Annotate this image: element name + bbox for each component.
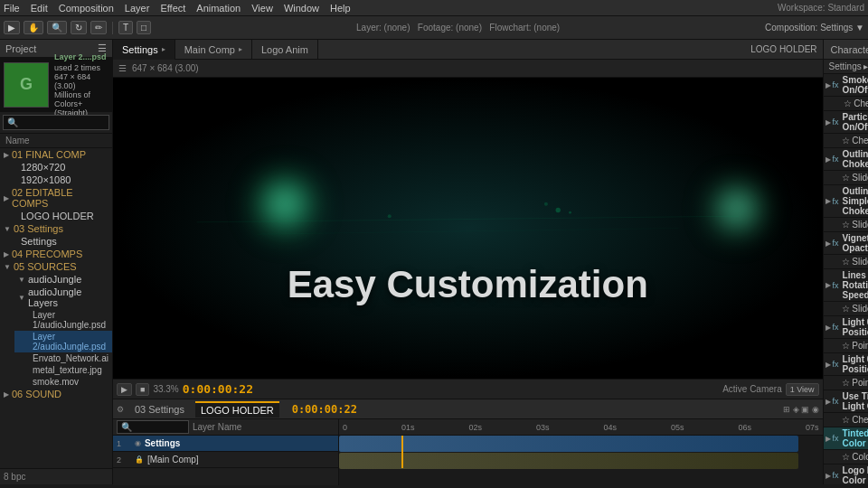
fx-light02[interactable]: ▶ fx Light 02 Position Reset About... bbox=[824, 353, 868, 376]
fx-lines-rot-slider-row: ☆ Slider -100.00 bbox=[824, 302, 868, 316]
menu-layer[interactable]: Layer bbox=[125, 3, 150, 14]
folder-sources[interactable]: ▼ 05 SOURCES bbox=[0, 260, 112, 273]
fx-expand-icon[interactable]: ▶ bbox=[826, 118, 831, 127]
fx-expand-icon[interactable]: ▶ bbox=[826, 324, 831, 332]
folder-label: 02 EDITABLE COMPS bbox=[12, 187, 108, 209]
tl-tab-logo[interactable]: LOGO HOLDER bbox=[195, 401, 279, 418]
views-btn[interactable]: 1 View bbox=[786, 383, 819, 396]
file-envato[interactable]: Envato_Network.ai bbox=[14, 352, 112, 364]
fx-expand-icon[interactable]: ▶ bbox=[826, 398, 831, 406]
file-label: Layer 1/audioJungle.psd bbox=[33, 310, 108, 330]
comp-label: LOGO HOLDER bbox=[21, 211, 94, 221]
fx-expand-icon[interactable]: ▶ bbox=[826, 281, 831, 289]
fx-vignette[interactable]: ▶ fx Vignette Opacty Reset About... bbox=[824, 232, 868, 255]
fx-particles[interactable]: ▶ fx Particles On/Off Reset About... bbox=[824, 111, 868, 134]
fx-expand-icon[interactable]: ▶ bbox=[826, 435, 831, 443]
project-search-input[interactable] bbox=[3, 115, 109, 130]
file-metal[interactable]: metal_texture.jpg bbox=[14, 364, 112, 376]
comp-tab-logo-anim[interactable]: Logo Anim bbox=[252, 40, 318, 60]
fx-expand-icon[interactable]: ▶ bbox=[826, 239, 831, 248]
file-layer2[interactable]: Layer 2/audioJungle.psd bbox=[14, 331, 112, 352]
tl-tab-settings[interactable]: 03 Settings bbox=[129, 402, 190, 417]
fx-use-tinted[interactable]: ▶ fx Use Tinted Light Color Reset About.… bbox=[824, 390, 868, 413]
tl-search-input[interactable] bbox=[117, 420, 189, 434]
file-label: smoke.mov bbox=[33, 377, 79, 387]
folder-precomps[interactable]: ▶ 04 PRECOMPS bbox=[0, 248, 112, 260]
folder-editable[interactable]: ▶ 02 EDITABLE COMPS bbox=[0, 186, 112, 210]
menu-help[interactable]: Help bbox=[330, 3, 351, 14]
ruler-mark: 03s bbox=[536, 423, 550, 432]
tab-character[interactable]: Character bbox=[824, 40, 868, 60]
fx-badge-icon: fx bbox=[833, 360, 839, 369]
menu-window[interactable]: Window bbox=[284, 3, 319, 14]
file-layer1[interactable]: Layer 1/audioJungle.psd bbox=[14, 309, 112, 331]
thumb-icon: G bbox=[20, 75, 33, 94]
menu-effect[interactable]: Effect bbox=[160, 3, 185, 14]
ruler-mark: 06s bbox=[739, 423, 752, 432]
tool-shape[interactable]: □ bbox=[137, 21, 151, 34]
menu-edit[interactable]: Edit bbox=[31, 3, 48, 14]
toolbar: ▶ ✋ 🔍 ↻ ✏ T □ Layer: (none) Footage: (no… bbox=[0, 16, 868, 40]
ruler-mark: 05s bbox=[671, 423, 684, 432]
fx-tinted-light-label: Tinted Light Color bbox=[841, 428, 868, 448]
fx-light01[interactable]: ▶ fx Light 01 Position Reset About... bbox=[824, 316, 868, 339]
viewer-menu-icon[interactable]: ☰ bbox=[118, 63, 127, 73]
comp-settings[interactable]: Settings bbox=[14, 235, 112, 248]
tool-select[interactable]: ▶ bbox=[4, 21, 20, 34]
fx-tinted-light[interactable]: ▶ fx Tinted Light Color Reset About... bbox=[824, 427, 868, 450]
fx-outline-simple[interactable]: ▶ fx Outline Simple Choker Reset About..… bbox=[824, 185, 868, 218]
folder-settings[interactable]: ▼ 03 Settings bbox=[0, 222, 112, 235]
tool-rotate[interactable]: ↻ bbox=[71, 21, 87, 34]
comp-logo-holder[interactable]: LOGO HOLDER bbox=[14, 210, 112, 222]
tl-bar-main[interactable] bbox=[339, 453, 798, 469]
fx-light02-point-row: ☆ Point ⊕ 1464.0, 568.0 bbox=[824, 376, 868, 390]
fx-expand-icon[interactable]: ▶ bbox=[826, 472, 831, 480]
comp-1080[interactable]: 1920×1080 bbox=[14, 174, 112, 186]
tab-label: Settings bbox=[122, 44, 158, 55]
menu-composition[interactable]: Composition bbox=[59, 3, 114, 14]
folder-aj-layers[interactable]: ▼ audioJungle Layers bbox=[14, 286, 112, 309]
tool-zoom[interactable]: 🔍 bbox=[47, 21, 67, 34]
fx-expand-icon[interactable]: ▶ bbox=[826, 81, 831, 89]
fx-outline[interactable]: ▶ fx Outline Choker Reset About... bbox=[824, 148, 868, 171]
menu-view[interactable]: View bbox=[251, 3, 273, 14]
stop-button[interactable]: ■ bbox=[136, 383, 149, 396]
folder-audiojungle[interactable]: ▼ audioJungle bbox=[14, 273, 112, 286]
fx-badge-icon: fx bbox=[833, 239, 839, 248]
playhead[interactable] bbox=[401, 436, 403, 468]
fx-logo-edge[interactable]: ▶ fx Logo Edge Color Reset About... bbox=[824, 465, 868, 484]
workspace-label: Workspace: Standard bbox=[778, 3, 864, 13]
fx-expand-icon[interactable]: ▶ bbox=[826, 155, 831, 164]
tl-bar-settings[interactable] bbox=[339, 436, 798, 452]
fx-smoke[interactable]: ▶ fx Smoke On/Off Reset About... bbox=[824, 74, 868, 97]
file-label: metal_texture.jpg bbox=[33, 365, 102, 375]
tri-icon: ▶ bbox=[4, 194, 9, 202]
tool-pen[interactable]: ✏ bbox=[90, 21, 107, 34]
fx-light01-label: Light 01 Position bbox=[841, 317, 868, 337]
file-smoke[interactable]: smoke.mov bbox=[14, 376, 112, 388]
menu-animation[interactable]: Animation bbox=[196, 3, 241, 14]
viewer-area[interactable]: Easy Customization bbox=[113, 78, 823, 379]
fx-badge-icon: fx bbox=[833, 117, 839, 127]
menu-file[interactable]: File bbox=[4, 3, 20, 14]
comp-720[interactable]: 1280×720 bbox=[14, 161, 112, 174]
tri-icon: ▼ bbox=[18, 294, 25, 302]
fx-smoke-cb-label: ☆ Checkbox bbox=[840, 99, 868, 108]
comp-tab-settings[interactable]: Settings ▸ bbox=[113, 40, 175, 60]
tl-layer-2[interactable]: 2 🔒 [Main Comp] bbox=[113, 452, 338, 468]
fx-lines-rot[interactable]: ▶ fx Lines Rotation Speed Reset About... bbox=[824, 269, 868, 302]
tool-hand[interactable]: ✋ bbox=[24, 21, 43, 34]
comp-tab-main[interactable]: Main Comp ▸ bbox=[175, 40, 252, 60]
folder-final-comp[interactable]: ▶ 01 FINAL COMP bbox=[0, 148, 112, 161]
breadcrumb: Settings ▸ Settings bbox=[829, 61, 868, 71]
fx-smoke-label: Smoke On/Off bbox=[841, 75, 868, 95]
tool-text[interactable]: T bbox=[118, 21, 133, 34]
comp-settings-btn[interactable]: Composition: Settings ▼ bbox=[765, 23, 864, 33]
play-button[interactable]: ▶ bbox=[117, 383, 132, 396]
fx-use-tinted-cb-row: ☆ Checkbox bbox=[824, 413, 868, 427]
folder-sound[interactable]: ▶ 06 SOUND bbox=[0, 388, 112, 400]
fx-expand-icon[interactable]: ▶ bbox=[826, 361, 831, 369]
viewer-info: 647 × 684 (3.00) bbox=[132, 63, 199, 73]
fx-expand-icon[interactable]: ▶ bbox=[826, 197, 831, 205]
tl-layer-1[interactable]: 1 ◉ Settings bbox=[113, 436, 338, 452]
